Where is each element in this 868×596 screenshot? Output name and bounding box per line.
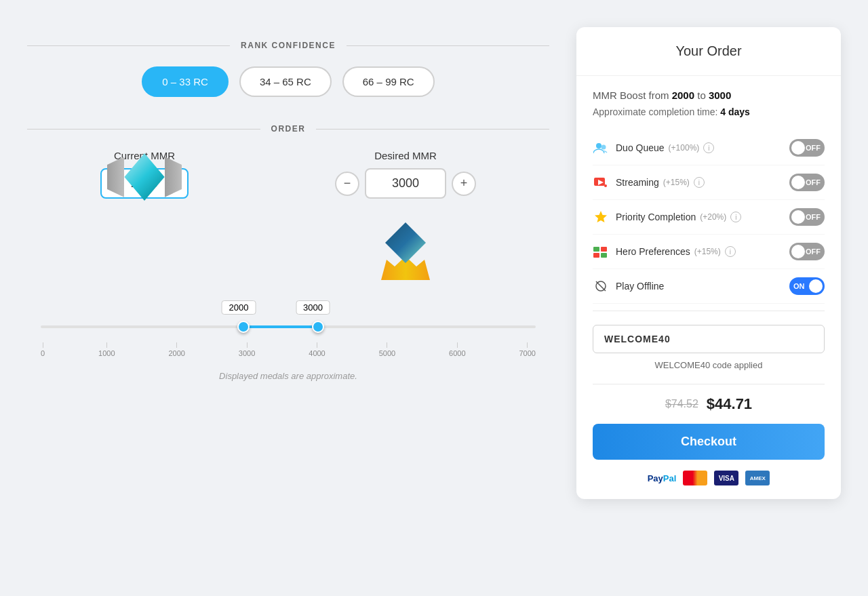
boost-to: 3000 <box>709 90 731 101</box>
duo-queue-badge: (+100%) <box>669 143 700 153</box>
page-wrapper: RANK CONFIDENCE 0 – 33 RC 34 – 65 RC 66 … <box>27 27 841 499</box>
order-header: Your Order <box>576 27 841 76</box>
hero-preferences-badge: (+15%) <box>694 247 721 256</box>
priority-completion-info-icon[interactable]: i <box>730 212 741 222</box>
paypal-icon: PayPal <box>648 473 677 483</box>
right-panel: Your Order MMR Boost from 2000 to 3000 A… <box>576 27 841 499</box>
approx-label: Approximate completion time: <box>593 106 717 117</box>
option-play-offline: Play Offline ON <box>593 269 825 304</box>
duo-queue-toggle-label: OFF <box>806 144 821 152</box>
hero-preferences-label: Hero Preferences <box>616 246 690 257</box>
boost-from: 2000 <box>672 90 694 101</box>
mmr-controls: − + <box>335 168 476 199</box>
duo-queue-info-icon[interactable]: i <box>703 142 714 153</box>
slider-start-badge: 2000 <box>222 300 256 315</box>
payment-icons: PayPal VISA AMEX <box>593 471 825 485</box>
tick-3000: 3000 <box>239 342 255 357</box>
streaming-badge: (+15%) <box>663 178 690 187</box>
priority-completion-label: Priority Completion <box>616 212 696 222</box>
slider-thumb-start[interactable] <box>237 321 250 333</box>
slider-track[interactable] <box>41 317 536 337</box>
pricing-row: $74.52 $44.71 <box>593 395 825 413</box>
tick-line-1000 <box>106 342 107 348</box>
rc-btn-34-65[interactable]: 34 – 65 RC <box>239 66 332 97</box>
slider-fill <box>243 325 318 328</box>
tick-label-5000: 5000 <box>379 349 395 357</box>
wing-left <box>107 157 124 197</box>
tick-line-2000 <box>176 342 177 348</box>
order-title: MMR Boost from 2000 to 3000 <box>593 90 825 101</box>
streaming-info-icon[interactable]: i <box>694 177 705 188</box>
current-medal <box>107 150 182 204</box>
streaming-text: Streaming (+15%) i <box>616 177 783 188</box>
slider-ticks: 0 1000 2000 3000 <box>41 337 536 357</box>
coupon-applied-text: WELCOME40 code applied <box>593 360 825 370</box>
current-mmr-col: Current MMR <box>100 150 189 199</box>
visa-icon: VISA <box>714 471 738 485</box>
tick-label-3000: 3000 <box>239 349 255 357</box>
priority-completion-toggle-label: OFF <box>806 213 821 221</box>
priority-completion-text: Priority Completion (+20%) i <box>616 212 783 222</box>
hero-preferences-info-icon[interactable]: i <box>725 246 736 257</box>
order-time: Approximate completion time: 4 days <box>593 106 825 117</box>
pricing-divider <box>593 384 825 384</box>
tick-6000: 6000 <box>449 342 465 357</box>
tick-label-6000: 6000 <box>449 349 465 357</box>
mmr-increase-btn[interactable]: + <box>452 172 476 196</box>
tick-5000: 5000 <box>379 342 395 357</box>
order-section: ORDER Current MMR Desired MMR <box>27 124 549 381</box>
rank-confidence-label: RANK CONFIDENCE <box>241 41 336 50</box>
streaming-label: Streaming <box>616 177 659 188</box>
streaming-toggle-knob <box>791 176 805 189</box>
priority-completion-toggle-knob <box>791 210 805 224</box>
rc-btn-66-99[interactable]: 66 – 99 RC <box>342 66 435 97</box>
coupon-divider <box>593 311 825 311</box>
duo-queue-label: Duo Queue <box>616 142 665 153</box>
medal-gold-shape <box>385 222 426 263</box>
desired-medal <box>372 205 439 280</box>
mmr-row: Current MMR Desired MMR − + <box>27 150 549 280</box>
priority-icon <box>593 209 609 225</box>
medal-diamond-shape <box>124 153 164 201</box>
tick-label-7000: 7000 <box>519 349 535 357</box>
amex-icon: AMEX <box>745 471 770 485</box>
slider-container: 2000 3000 0 <box>27 300 549 357</box>
tick-line-4000 <box>317 342 317 348</box>
svg-rect-9 <box>601 253 607 258</box>
tick-2000: 2000 <box>168 342 184 357</box>
mmr-decrease-btn[interactable]: − <box>335 172 359 196</box>
option-priority-completion: Priority Completion (+20%) i OFF <box>593 200 825 235</box>
duo-queue-toggle[interactable]: OFF <box>789 139 825 157</box>
hero-preferences-text: Hero Preferences (+15%) i <box>616 246 783 257</box>
medals-note: Displayed medals are approximate. <box>27 371 549 381</box>
priority-completion-toggle[interactable]: OFF <box>789 208 825 226</box>
hero-preferences-toggle-label: OFF <box>806 247 821 256</box>
mastercard-icon <box>683 471 707 485</box>
streaming-toggle[interactable]: OFF <box>789 174 825 191</box>
checkout-button[interactable]: Checkout <box>593 424 825 460</box>
option-duo-queue: Duo Queue (+100%) i OFF <box>593 131 825 165</box>
coupon-input[interactable] <box>593 325 825 353</box>
left-panel: RANK CONFIDENCE 0 – 33 RC 34 – 65 RC 66 … <box>27 27 549 395</box>
svg-point-1 <box>601 145 606 150</box>
option-hero-preferences: Hero Preferences (+15%) i OFF <box>593 235 825 269</box>
rc-btn-0-33[interactable]: 0 – 33 RC <box>142 66 229 97</box>
offline-icon <box>593 278 609 294</box>
slider-end-badge: 3000 <box>296 300 330 315</box>
slider-thumb-end[interactable] <box>312 321 324 333</box>
option-streaming: Streaming (+15%) i OFF <box>593 165 825 200</box>
hero-preferences-toggle[interactable]: OFF <box>789 243 825 260</box>
play-offline-toggle[interactable]: ON <box>789 277 825 295</box>
desired-mmr-input[interactable] <box>365 168 446 199</box>
tick-label-0: 0 <box>41 349 45 357</box>
desired-mmr-col: Desired MMR − + <box>335 150 476 280</box>
svg-rect-8 <box>601 247 607 252</box>
hero-preferences-toggle-knob <box>791 245 805 258</box>
tick-line-0 <box>43 342 43 348</box>
tick-line-6000 <box>457 342 458 348</box>
tick-1000: 1000 <box>98 342 115 357</box>
priority-completion-badge: (+20%) <box>700 212 726 222</box>
duo-queue-toggle-knob <box>791 141 805 155</box>
svg-rect-7 <box>593 253 599 258</box>
tick-7000: 7000 <box>519 342 535 357</box>
